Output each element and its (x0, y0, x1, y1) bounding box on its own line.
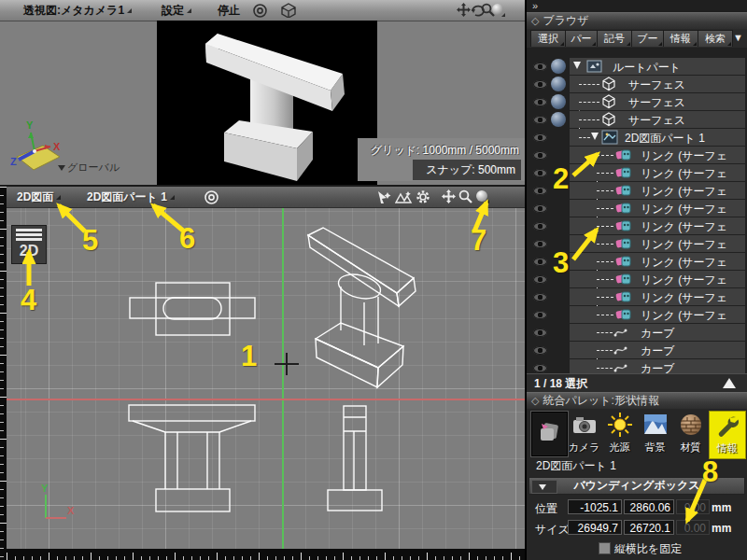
tree-item[interactable]: リンク (サーフェ (527, 200, 747, 217)
gear-icon[interactable] (416, 189, 430, 204)
visibility-eye-icon[interactable] (533, 346, 547, 355)
visibility-eye-icon[interactable] (533, 169, 547, 177)
visibility-eye-icon[interactable] (533, 329, 547, 337)
tool-background-button[interactable]: 背景 (638, 411, 672, 457)
render-toggle-sphere-icon[interactable] (551, 112, 566, 127)
cube-icon[interactable] (280, 3, 297, 18)
tree-item-label[interactable]: リンク (サーフェ (641, 308, 727, 324)
tree-item[interactable]: サーフェス (527, 93, 747, 111)
visibility-eye-icon[interactable] (533, 364, 547, 372)
visibility-eye-icon[interactable] (533, 311, 547, 319)
settings-menu[interactable]: 設定 (162, 3, 191, 18)
tree-item-label[interactable]: 2D図面パート 1 (625, 131, 705, 147)
tree-item[interactable]: リンク (サーフェ (527, 164, 747, 182)
tree-item[interactable]: サーフェス (527, 111, 747, 129)
coordinate-mode-selector[interactable]: グローバル (58, 161, 120, 175)
visibility-eye-icon[interactable] (533, 204, 547, 213)
size-z-field[interactable]: 0.00 (676, 520, 710, 535)
tabs-more-button[interactable]: ▼ (733, 32, 743, 43)
aspect-ratio-checkbox[interactable] (599, 542, 611, 554)
tool-material-button[interactable]: 材質 (673, 411, 708, 457)
tree-item-label[interactable]: リンク (サーフェ (641, 202, 727, 217)
tree-item[interactable]: リンク (サーフェ (527, 306, 747, 324)
tree-item[interactable]: リンク (サーフェ (527, 182, 747, 200)
panel-collapse-strip[interactable]: » (527, 0, 747, 12)
tree-item-label[interactable]: リンク (サーフェ (641, 184, 727, 200)
tree-item-label[interactable]: リンク (サーフェ (641, 166, 727, 182)
visibility-eye-icon[interactable] (533, 187, 547, 195)
tree-item-label[interactable]: サーフェス (628, 95, 685, 111)
position-x-field[interactable]: -1025.1 (568, 499, 622, 514)
tree-item-label[interactable]: ルートパート (613, 60, 681, 76)
zoom-icon[interactable] (458, 189, 472, 204)
tool-light-button[interactable]: 光源 (602, 411, 637, 457)
visibility-eye-icon[interactable] (533, 63, 547, 71)
tree-item-label[interactable]: サーフェス (628, 113, 685, 129)
part-menu[interactable]: 2D図面パート 1 (87, 189, 175, 204)
tree-item-label[interactable]: リンク (サーフェ (641, 219, 727, 235)
position-z-field[interactable]: 0.00 (676, 499, 710, 514)
collapse-up-arrow[interactable] (723, 378, 736, 388)
bounding-box-section-bar[interactable]: バウンディングボックス (529, 477, 745, 495)
tree-item-label[interactable]: カーブ (641, 361, 675, 373)
drawing-canvas[interactable]: 2D Y X (7, 208, 525, 549)
view-menu-badge[interactable]: 2D (11, 225, 47, 264)
tab-info[interactable]: 情報 (663, 30, 698, 47)
render-area[interactable] (157, 21, 377, 185)
tool-info-button[interactable]: 情報 (709, 411, 746, 459)
tree-item-label[interactable]: リンク (サーフェ (641, 290, 727, 306)
tree-item-label[interactable]: リンク (サーフェ (641, 148, 727, 164)
visibility-eye-icon[interactable] (533, 240, 547, 248)
tree-item[interactable]: カーブ (527, 324, 747, 342)
tree-item[interactable]: リンク (サーフェ (527, 288, 747, 306)
tree-item[interactable]: サーフェス (527, 76, 747, 93)
tree-item[interactable]: 2D図面パート 1 (527, 129, 747, 147)
tab-symbol[interactable]: 記号 (597, 30, 632, 47)
tab-part[interactable]: パー (565, 30, 598, 47)
target-icon[interactable] (252, 3, 268, 18)
visibility-eye-icon[interactable] (533, 151, 547, 160)
tree-item[interactable]: リンク (サーフェ (527, 253, 747, 271)
visibility-eye-icon[interactable] (533, 133, 547, 142)
visibility-eye-icon[interactable] (533, 293, 547, 301)
tab-select[interactable]: 選択 (530, 30, 566, 47)
render-toggle-sphere-icon[interactable] (551, 94, 566, 109)
tab-boolean[interactable]: ブー (631, 30, 664, 47)
visibility-eye-icon[interactable] (533, 222, 547, 231)
zoom-area-icon[interactable] (395, 190, 413, 205)
tool-shape-button[interactable] (531, 412, 568, 456)
camera-menu[interactable]: 透視図:メタカメラ1 (23, 3, 132, 18)
render-toggle-sphere-icon[interactable] (551, 77, 566, 91)
shading-sphere-icon[interactable] (491, 3, 506, 18)
pan-move-icon[interactable] (442, 189, 456, 204)
visibility-eye-icon[interactable] (533, 116, 547, 124)
size-y-field[interactable]: 26720.1 (624, 520, 674, 535)
expand-triangle-icon[interactable] (591, 133, 599, 140)
tree-item-label[interactable]: リンク (サーフェ (641, 255, 727, 271)
visibility-eye-icon[interactable] (533, 98, 547, 106)
tree-item[interactable]: ルートパート (527, 58, 747, 76)
tool-camera-button[interactable]: カメラ (567, 411, 601, 457)
palette-header[interactable]: ◇統合パレット:形状情報 (527, 392, 747, 411)
tree-item-label[interactable]: カーブ (641, 326, 675, 342)
tree-item[interactable]: リンク (サーフェ (527, 217, 747, 235)
pan-move-icon[interactable] (457, 3, 471, 18)
browser-header[interactable]: ◇ブラウザ (527, 12, 747, 31)
shading-sphere-icon[interactable] (475, 189, 490, 204)
tree-item-label[interactable]: サーフェス (628, 77, 685, 93)
select-tool-icon[interactable] (375, 190, 391, 205)
expand-triangle-icon[interactable] (573, 62, 581, 69)
visibility-eye-icon[interactable] (533, 258, 547, 266)
tree-item[interactable]: カーブ (527, 359, 747, 373)
visibility-eye-icon[interactable] (533, 80, 547, 89)
tab-search[interactable]: 検索 (698, 30, 733, 47)
tree-item-label[interactable]: リンク (サーフェ (641, 273, 727, 288)
tree-item-label[interactable]: カーブ (641, 343, 675, 359)
tree-item[interactable]: リンク (サーフェ (527, 235, 747, 253)
tree-item[interactable]: リンク (サーフェ (527, 271, 747, 288)
tree-item[interactable]: カーブ (527, 342, 747, 359)
tree-item-label[interactable]: リンク (サーフェ (641, 237, 727, 253)
tree-item[interactable]: リンク (サーフェ (527, 147, 747, 164)
render-toggle-sphere-icon[interactable] (551, 59, 566, 74)
stop-button[interactable]: 停止 (218, 3, 240, 18)
